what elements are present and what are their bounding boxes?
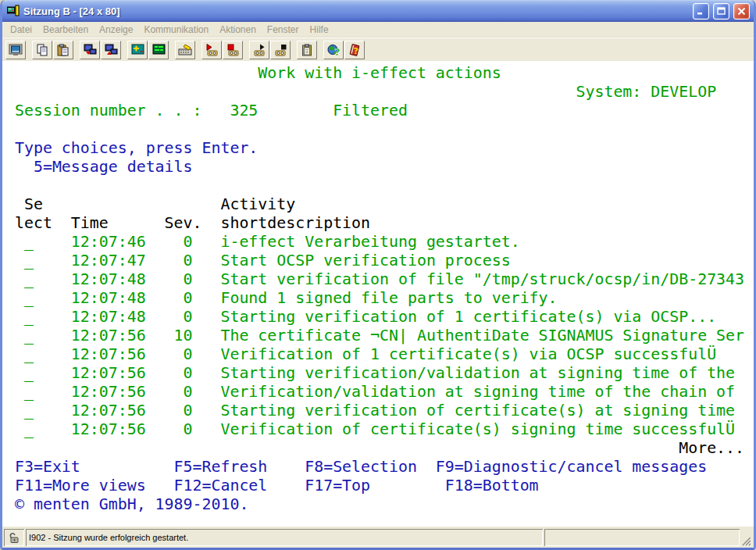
play-macro-icon (253, 44, 266, 56)
terminal-line: _ 12:07:56 0 Verification of certificate… (5, 420, 754, 439)
session-window-button[interactable] (148, 41, 169, 59)
minimize-button[interactable] (693, 3, 709, 20)
application-window: Sitzung B - [24 x 80] Datei Bearbeiten A… (0, 0, 756, 550)
close-icon (737, 7, 746, 16)
maximize-button[interactable] (713, 3, 729, 20)
menubar: Datei Bearbeiten Anzeige Kommunikation A… (2, 22, 754, 38)
terminal-line: _ 12:07:46 0 i-effect Verarbeitung gesta… (5, 233, 754, 252)
session-window-icon (152, 44, 166, 55)
terminal-line: F11=More views F12=Cancel F17=Top F18=Bo… (5, 477, 754, 495)
maximize-icon (717, 7, 726, 16)
unlock-icon (8, 531, 20, 544)
resize-grip-icon (742, 536, 752, 546)
stop-macro-button[interactable] (270, 41, 291, 59)
paste-button[interactable] (53, 41, 73, 59)
keyboard-remap-icon (178, 44, 192, 56)
window-title: Sitzung B - [24 x 80] (23, 5, 689, 17)
clipboard-button[interactable] (297, 41, 317, 59)
terminal-line: _ 12:07:48 0 Start verification of file … (5, 270, 754, 289)
svg-text:?: ? (334, 45, 341, 56)
terminal-line: Se Activity (5, 195, 754, 214)
receive-file-button[interactable] (101, 41, 121, 59)
terminal-line: lect Time Sev. shortdescription (5, 214, 754, 233)
stop-macro-icon (274, 44, 287, 56)
record-macro-play-button[interactable] (201, 41, 222, 59)
terminal-line: _ 12:07:47 0 Start OCSP verification pro… (5, 252, 754, 270)
terminal-line: _ 12:07:56 0 Starting verification/valid… (5, 364, 754, 383)
send-file-button[interactable] (80, 41, 100, 59)
toolbar-group-clipboard2 (297, 41, 318, 59)
menu-item-fenster[interactable]: Fenster (262, 23, 305, 37)
print-screen-button[interactable] (5, 41, 26, 59)
play-macro-button[interactable] (249, 41, 269, 59)
menu-item-kommunikation[interactable]: Kommunikation (138, 23, 214, 37)
terminal-line: _ 12:07:56 10 The certificate ¬CN| Authe… (5, 327, 754, 345)
help-index-button[interactable]: ? (344, 41, 365, 59)
terminal-line: Session number . . : 325 Filtered (5, 102, 754, 120)
terminal-line: _ 12:07:48 0 Starting verification of 1 … (5, 308, 754, 327)
receive-file-icon (105, 44, 118, 56)
send-file-icon (84, 44, 97, 56)
toolbar-group-clipboard (32, 41, 74, 59)
terminal-line: F3=Exit F5=Refresh F8=Selection F9=Diagn… (5, 458, 754, 477)
menu-item-aktionen[interactable]: Aktionen (214, 23, 262, 37)
record-macro-stop-icon (226, 44, 240, 56)
terminal-line: _ 12:07:56 0 Verification of 1 certifica… (5, 345, 754, 364)
terminal-line: 5=Message details (5, 158, 754, 177)
svg-text:?: ? (354, 45, 358, 55)
toolbar-group-record (201, 41, 244, 59)
new-session-icon (131, 44, 144, 55)
titlebar[interactable]: Sitzung B - [24 x 80] (2, 0, 754, 22)
menu-item-datei[interactable]: Datei (5, 23, 37, 37)
status-message: I902 - Sitzung wurde erfolgreich gestart… (29, 533, 188, 542)
terminal-line (5, 120, 754, 139)
terminal-line: _ 12:07:48 0 Found 1 signed file parts t… (5, 289, 754, 308)
close-button[interactable] (733, 3, 750, 20)
toolbar-group-help: ? ? (323, 41, 366, 59)
terminal-line: More... (5, 439, 754, 458)
menu-item-bearbeiten[interactable]: Bearbeiten (37, 23, 94, 37)
terminal-line (5, 177, 754, 195)
toolbar-group-playback (249, 41, 291, 59)
terminal-line: _ 12:07:56 0 Starting verification of ce… (5, 402, 754, 420)
paste-icon (57, 44, 70, 56)
menu-item-hilfe[interactable]: Hilfe (305, 23, 334, 37)
terminal-screen[interactable]: Work with i-effect actions System: DEVEL… (2, 61, 754, 527)
copy-icon (36, 44, 48, 56)
terminal-line: Work with i-effect actions (5, 64, 754, 83)
toolbar-group-keyboard (175, 41, 196, 59)
toolbar-group-print (5, 41, 27, 59)
terminal-line: Type choices, press Enter. (5, 139, 754, 158)
toolbar: ? ? (2, 38, 754, 61)
new-session-button[interactable] (127, 41, 148, 59)
print-screen-icon (9, 44, 23, 56)
toolbar-group-transfer (80, 41, 122, 59)
terminal-line: © menten GmbH, 1989-2010. (5, 495, 754, 514)
connection-status-cell (4, 529, 24, 546)
terminal-line: _ 12:07:56 0 Verification/validation at … (5, 383, 754, 402)
help-globe-button[interactable]: ? (323, 41, 344, 59)
help-globe-icon: ? (327, 44, 341, 56)
clipboard-icon (301, 44, 313, 56)
minimize-icon (697, 7, 705, 16)
terminal-line: System: DEVELOP (5, 83, 754, 102)
toolbar-group-session (127, 41, 169, 59)
help-index-icon: ? (348, 44, 361, 56)
terminal-session-icon[interactable] (7, 5, 20, 17)
menu-item-anzeige[interactable]: Anzeige (94, 23, 138, 37)
status-right-panel (544, 529, 740, 546)
record-macro-play-icon (205, 44, 219, 56)
record-macro-stop-button[interactable] (223, 41, 243, 59)
resize-grip[interactable] (741, 529, 752, 546)
keyboard-remap-button[interactable] (175, 41, 195, 59)
statusbar: I902 - Sitzung wurde erfolgreich gestart… (2, 527, 754, 548)
status-message-panel: I902 - Sitzung wurde erfolgreich gestart… (26, 529, 543, 546)
copy-button[interactable] (32, 41, 52, 59)
